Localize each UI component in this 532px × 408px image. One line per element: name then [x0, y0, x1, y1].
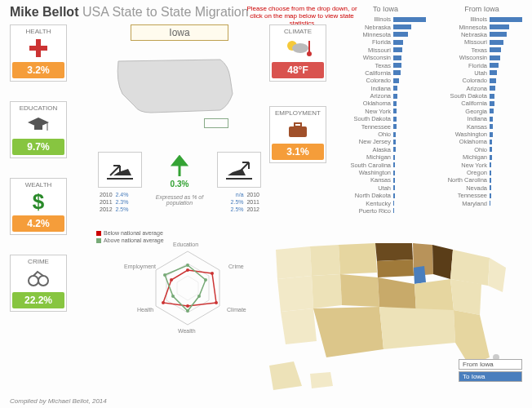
rank-row: Illinois: [439, 16, 525, 23]
rank-row: Missouri: [343, 47, 428, 54]
svg-point-28: [197, 295, 201, 298]
rank-row: Arizona: [343, 92, 428, 100]
svg-point-6: [38, 276, 48, 286]
rank-row: Tennessee: [439, 192, 525, 199]
rank-row: Alaska: [343, 146, 428, 153]
rank-row: Washington: [343, 169, 428, 176]
rank-row: South Carolina: [343, 161, 428, 168]
net-flow-pct: 0.3%: [158, 180, 201, 188]
health-cross-icon: [12, 37, 64, 60]
metric-crime: CRIME 22.2%: [10, 255, 67, 312]
svg-point-10: [307, 51, 312, 56]
graduation-cap-icon: [12, 113, 64, 136]
inbound-years: 2010 2.4% 2011 2.3% 2012 2.5%: [100, 191, 128, 213]
radar-chart: Below national average Above national av…: [90, 227, 261, 341]
svg-rect-9: [308, 41, 310, 52]
rank-row: Minnesota: [343, 31, 428, 38]
svg-point-30: [171, 295, 175, 298]
state-outline-map[interactable]: [106, 49, 253, 126]
metric-value: 3.2%: [12, 62, 64, 78]
metric-title: CRIME: [12, 258, 64, 265]
svg-point-22: [215, 301, 218, 304]
metric-title: CLIMATE: [272, 28, 324, 35]
svg-rect-12: [295, 123, 301, 126]
rank-row: Nebraska: [343, 23, 428, 30]
svg-marker-17: [177, 276, 198, 300]
rank-row: Michigan: [439, 153, 525, 161]
migration-flow: 0.3% 2010 2.4% 2011 2.3% 2012 2.5% Expre…: [98, 152, 261, 217]
metric-title: EDUCATION: [12, 104, 64, 112]
svg-point-31: [163, 273, 166, 277]
svg-point-5: [29, 276, 38, 286]
svg-point-23: [186, 304, 189, 308]
rank-row: Wisconsin: [343, 54, 428, 61]
rank-row: Texas: [343, 61, 428, 69]
metric-employment: EMPLOYMENT 3.1%: [269, 106, 326, 163]
rank-row: Washington: [439, 131, 525, 138]
page-subtitle: USA State to State Migration: [82, 5, 249, 19]
legend-from[interactable]: From Iowa: [459, 359, 522, 370]
map-legend: From Iowa To Iowa: [459, 359, 522, 384]
footer-credit: Compiled by Michael Bellot, 2014: [10, 397, 107, 405]
rank-row: Arizona: [439, 85, 525, 92]
rank-row: Kansas: [439, 122, 525, 130]
rank-row: Minnesota: [439, 23, 525, 30]
briefcase-icon: [272, 118, 324, 141]
rank-row: Nevada: [439, 184, 525, 192]
rank-row: Nebraska: [439, 31, 525, 38]
rank-row: Indiana: [343, 85, 428, 92]
svg-point-27: [204, 278, 207, 282]
metric-climate: CLIMATE 48°F: [269, 24, 326, 82]
rank-row: Utah: [343, 184, 428, 192]
rank-row: Oregon: [439, 169, 525, 176]
rank-list-from: From Iowa IllinoisMinnesotaNebraskaMisso…: [439, 5, 525, 207]
outbound-years: n/a 2010 2.5% 2011 2.5% 2012: [231, 191, 259, 213]
svg-point-26: [186, 264, 189, 267]
rank-title: To Iowa: [343, 5, 428, 13]
metric-wealth: WEALTH $ 4.2%: [10, 178, 67, 235]
page-header: Mike Bellot USA State to State Migration: [10, 5, 249, 20]
rank-row: Ohio: [343, 131, 428, 138]
rank-row: Oklahoma: [343, 100, 428, 107]
rank-row: Kentucky: [343, 199, 428, 206]
rank-row: Ohio: [439, 146, 525, 153]
rank-row: New York: [439, 161, 525, 168]
svg-point-25: [170, 278, 173, 282]
handcuffs-icon: [12, 267, 64, 290]
rank-row: South Dakota: [343, 115, 428, 122]
svg-point-21: [211, 272, 214, 275]
rank-row: Florida: [343, 38, 428, 46]
instruction-text: Please choose from the drop down, or cli…: [245, 5, 359, 27]
rank-row: North Dakota: [343, 192, 428, 199]
metric-health: HEALTH 3.2%: [10, 24, 67, 82]
rank-row: Wisconsin: [439, 54, 525, 61]
legend-to[interactable]: To Iowa: [459, 371, 522, 382]
metric-title: HEALTH: [12, 28, 64, 35]
dollar-icon: $: [12, 190, 64, 213]
rank-row: California: [439, 100, 525, 107]
rank-row: Texas: [439, 47, 525, 54]
net-flow-arrow: 0.3%: [158, 155, 201, 188]
rank-row: Tennessee: [343, 122, 428, 130]
rank-row: North Carolina: [439, 176, 525, 184]
state-dropdown[interactable]: Iowa: [131, 24, 228, 41]
rank-row: Missouri: [439, 38, 525, 46]
svg-rect-3: [34, 126, 42, 130]
rank-row: Colorado: [439, 77, 525, 84]
rank-row: Kansas: [343, 176, 428, 184]
outbound-icon-box: [217, 152, 261, 188]
svg-point-20: [186, 268, 189, 272]
rank-row: Puerto Rico: [343, 207, 428, 215]
flow-caption: Expressed as % of population: [144, 194, 215, 206]
rank-title: From Iowa: [439, 5, 525, 13]
svg-point-29: [186, 309, 189, 313]
weather-icon: [272, 37, 324, 60]
rank-list-to: To Iowa IllinoisNebraskaMinnesotaFlorida…: [343, 5, 428, 215]
svg-point-8: [292, 43, 308, 53]
rank-row: Maryland: [439, 199, 525, 206]
metric-value: 9.7%: [12, 139, 64, 155]
radar-legend: Below national average Above national av…: [96, 230, 164, 245]
metric-value: 48°F: [272, 62, 324, 78]
svg-rect-11: [289, 126, 307, 137]
rank-row: Georgia: [439, 108, 525, 115]
